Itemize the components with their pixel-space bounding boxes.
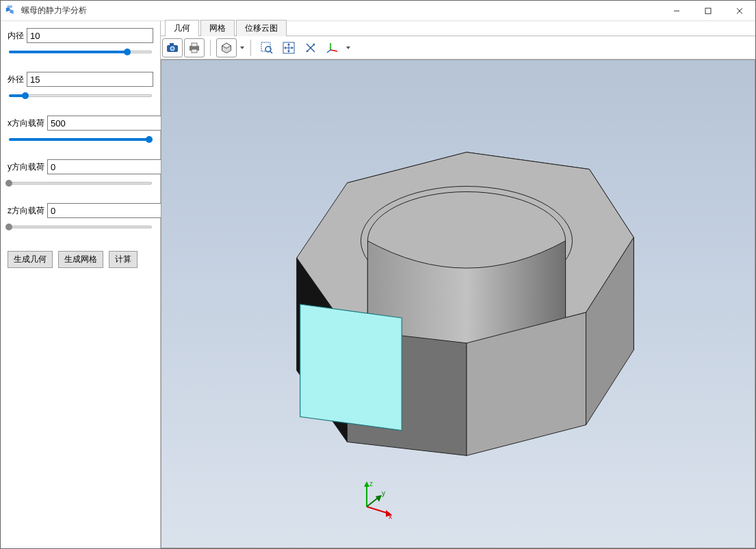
- svg-marker-25: [284, 46, 286, 49]
- x-load-slider[interactable]: [8, 135, 153, 146]
- close-button[interactable]: [724, 1, 755, 21]
- axis-gizmo: z y x: [353, 479, 394, 520]
- svg-marker-24: [287, 51, 290, 53]
- svg-line-19: [270, 51, 272, 53]
- x-load-label: x方向载荷: [8, 118, 44, 129]
- svg-text:z: z: [369, 480, 373, 487]
- title-bar: 螺母的静力学分析: [1, 1, 755, 21]
- z-load-slider[interactable]: [8, 222, 153, 233]
- tab-geometry[interactable]: 几何: [165, 20, 199, 36]
- axes-dropdown[interactable]: [346, 45, 351, 51]
- inner-diameter-label: 内径: [8, 30, 24, 42]
- svg-point-10: [171, 47, 174, 50]
- svg-marker-16: [240, 46, 244, 49]
- svg-marker-45: [300, 304, 402, 430]
- outer-diameter-label: 外径: [8, 74, 24, 85]
- camera-icon: [166, 42, 179, 53]
- svg-line-32: [330, 50, 337, 51]
- generate-geometry-button[interactable]: 生成几何: [8, 251, 53, 268]
- svg-rect-8: [170, 43, 174, 46]
- rotate-icon: [304, 42, 317, 54]
- maximize-button[interactable]: [692, 1, 724, 21]
- reset-view-button[interactable]: [216, 38, 237, 57]
- minimize-button[interactable]: [661, 1, 692, 21]
- view-tabs: 几何 网格 位移云图: [161, 21, 755, 36]
- svg-rect-2: [8, 5, 12, 8]
- y-load-slider[interactable]: [8, 178, 153, 189]
- viewport-toolbar: [161, 36, 755, 59]
- nut-geometry: [161, 60, 755, 548]
- generate-mesh-button[interactable]: 生成网格: [58, 251, 103, 268]
- parameter-panel: 内径 外径 x方向载荷: [1, 21, 161, 548]
- svg-marker-26: [291, 46, 294, 49]
- svg-text:y: y: [382, 490, 385, 497]
- svg-line-33: [327, 50, 330, 53]
- axes-button[interactable]: [322, 38, 343, 57]
- fit-view-button[interactable]: [278, 38, 299, 57]
- y-load-input[interactable]: [47, 159, 169, 174]
- viewport-3d[interactable]: z y x: [161, 59, 755, 548]
- svg-marker-23: [287, 43, 290, 45]
- outer-diameter-slider[interactable]: [8, 91, 153, 102]
- svg-rect-4: [705, 8, 711, 14]
- svg-rect-12: [192, 43, 197, 46]
- inner-diameter-slider[interactable]: [8, 47, 153, 58]
- axes-icon: [326, 42, 339, 54]
- y-load-label: y方向载荷: [8, 161, 44, 173]
- inner-diameter-input[interactable]: [27, 28, 153, 43]
- print-button[interactable]: [184, 38, 205, 57]
- fit-view-icon: [283, 42, 295, 54]
- printer-icon: [188, 42, 200, 53]
- svg-line-48: [367, 507, 389, 513]
- outer-diameter-input[interactable]: [27, 72, 153, 87]
- app-icon: [5, 5, 17, 17]
- svg-marker-47: [364, 481, 369, 487]
- snapshot-button[interactable]: [162, 38, 183, 57]
- z-load-input[interactable]: [47, 203, 169, 218]
- x-load-input[interactable]: [47, 116, 169, 131]
- tab-displacement[interactable]: 位移云图: [236, 20, 287, 36]
- svg-text:x: x: [389, 513, 392, 520]
- rotate-view-button[interactable]: [300, 38, 321, 57]
- svg-rect-13: [192, 49, 197, 53]
- reset-icon: [221, 42, 232, 53]
- zoom-window-button[interactable]: [257, 38, 277, 57]
- compute-button[interactable]: 计算: [109, 251, 138, 268]
- zoom-window-icon: [261, 42, 273, 54]
- tab-mesh[interactable]: 网格: [200, 20, 235, 36]
- svg-marker-34: [346, 46, 350, 49]
- window-title: 螺母的静力学分析: [21, 5, 661, 16]
- reset-view-dropdown[interactable]: [239, 45, 245, 51]
- svg-rect-1: [10, 9, 13, 14]
- z-load-label: z方向载荷: [8, 205, 44, 217]
